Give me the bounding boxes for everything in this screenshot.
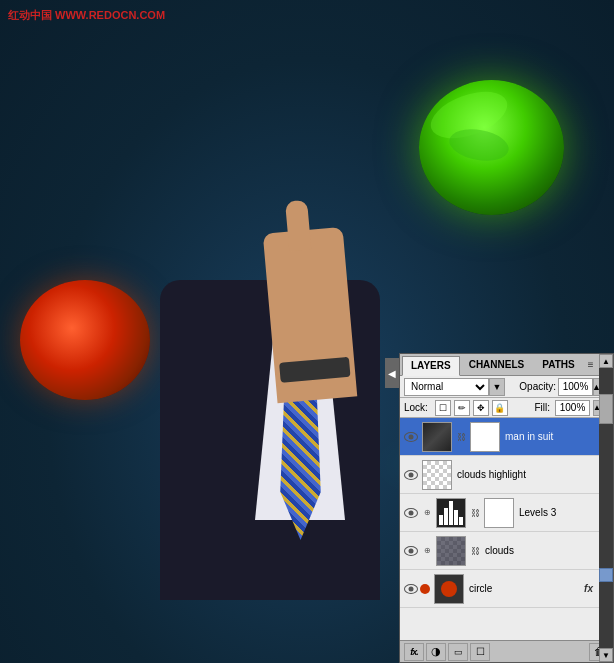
create-group-button[interactable]: ▭ (448, 643, 468, 661)
thumb-man-content (423, 423, 451, 451)
create-layer-button[interactable]: ☐ (470, 643, 490, 661)
hist-bar-3 (449, 501, 453, 525)
layer-name-levels3: Levels 3 (519, 507, 597, 518)
eye-icon-4 (404, 546, 418, 556)
fill-label: Fill: (534, 402, 550, 413)
layer-thumb-circle (434, 574, 464, 604)
panel-menu-icon[interactable]: ≡ (584, 359, 598, 370)
thumb-checker (423, 461, 451, 489)
lock-label: Lock: (404, 402, 428, 413)
layer-visibility-circle[interactable] (402, 580, 420, 598)
layer-visibility-clouds[interactable] (402, 542, 420, 560)
layer-name-clouds-highlight: clouds highlight (457, 469, 597, 480)
lock-position-btn[interactable]: ✥ (473, 400, 489, 416)
lock-pixels-btn[interactable]: ✏ (454, 400, 470, 416)
lock-all-btn[interactable]: 🔒 (492, 400, 508, 416)
tab-bar: LAYERS CHANNELS PATHS ≡ (400, 354, 613, 376)
layer-link-clouds[interactable]: ⛓ (468, 542, 482, 560)
tab-channels[interactable]: CHANNELS (460, 355, 534, 375)
layer-thumb-levels3 (436, 498, 466, 528)
add-adjustment-button[interactable]: ◑ (426, 643, 446, 661)
lock-transparent-btn[interactable]: ☐ (435, 400, 451, 416)
hist-bar-4 (454, 510, 458, 524)
layer-row-clouds-highlight[interactable]: clouds highlight (400, 456, 599, 494)
layer-row-man-in-suit[interactable]: ⛓ man in suit (400, 418, 599, 456)
lock-fill-row: Lock: ☐ ✏ ✥ 🔒 Fill: ▲▼ (400, 398, 613, 418)
green-planet (419, 80, 564, 215)
layer-visibility-man-in-suit[interactable] (402, 428, 420, 446)
panel-scrollbar[interactable]: ▲ ▼ (599, 354, 613, 662)
layer-red-dot (420, 584, 430, 594)
layer-thumb-clouds (436, 536, 466, 566)
blend-opacity-row: Normal Multiply Screen Overlay ▼ Opacity… (400, 376, 613, 398)
layer-visibility-clouds-highlight[interactable] (402, 466, 420, 484)
thumb-histogram (437, 499, 465, 527)
hand (263, 227, 358, 403)
watermark: 红动中国 WWW.REDOCN.COM (8, 8, 165, 23)
add-style-button[interactable]: fx. (404, 643, 424, 661)
watch (279, 357, 350, 383)
layer-thumb-man-in-suit (422, 422, 452, 452)
layer-name-clouds: clouds (485, 545, 597, 556)
layers-list: ⛓ man in suit clouds highlight ⊕ (400, 418, 613, 640)
layer-row-circle[interactable]: circle fx (400, 570, 599, 608)
layer-mask-man-in-suit (470, 422, 500, 452)
layer-visibility-levels3[interactable] (402, 504, 420, 522)
blend-mode-select[interactable]: Normal Multiply Screen Overlay (404, 378, 489, 396)
eye-icon-2 (404, 470, 418, 480)
mask-content (471, 423, 499, 451)
layer-clouds-arrow: ⊕ (420, 542, 434, 560)
fill-input[interactable] (555, 400, 590, 416)
blend-mode-arrow[interactable]: ▼ (489, 378, 505, 396)
layer-name-circle: circle (469, 583, 584, 594)
mask-content-2 (485, 499, 513, 527)
hist-bar-1 (439, 515, 443, 525)
layer-thumb-clouds-highlight (422, 460, 452, 490)
eye-icon (404, 432, 418, 442)
layer-fx-label: fx (584, 583, 593, 594)
tab-layers[interactable]: LAYERS (402, 356, 460, 376)
scroll-down-arrow[interactable]: ▼ (599, 648, 613, 662)
layer-adjustment-indicator: ⊕ (420, 504, 434, 522)
layer-row-clouds[interactable]: ⊕ ⛓ clouds (400, 532, 599, 570)
man-figure (130, 200, 410, 600)
layer-link-man-in-suit[interactable]: ⛓ (454, 428, 468, 446)
panel-collapse-arrow[interactable]: ◀ (385, 358, 399, 388)
eye-icon-3 (404, 508, 418, 518)
thumb-clouds-content (437, 537, 465, 565)
hist-bar-2 (444, 508, 448, 525)
layer-link-levels3[interactable]: ⛓ (468, 504, 482, 522)
hist-bar-5 (459, 517, 463, 524)
eye-icon-5 (404, 584, 418, 594)
scroll-up-arrow[interactable]: ▲ (599, 354, 613, 368)
opacity-label: Opacity: (519, 381, 556, 392)
scroll-thumb[interactable] (599, 394, 613, 424)
thumb-circle-content (435, 575, 463, 603)
opacity-input[interactable] (558, 378, 593, 396)
thumb-clouds-overlay (437, 537, 465, 565)
layers-bottom-toolbar: fx. ◑ ▭ ☐ 🗑 (400, 640, 613, 662)
layers-panel: LAYERS CHANNELS PATHS ≡ Normal Multiply … (399, 353, 614, 663)
layer-name-man-in-suit: man in suit (505, 431, 597, 442)
tab-paths[interactable]: PATHS (533, 355, 583, 375)
layer-row-levels3[interactable]: ⊕ ⛓ Levels 3 (400, 494, 599, 532)
scroll-bottom-thumb[interactable] (599, 568, 613, 582)
layer-mask-levels3 (484, 498, 514, 528)
